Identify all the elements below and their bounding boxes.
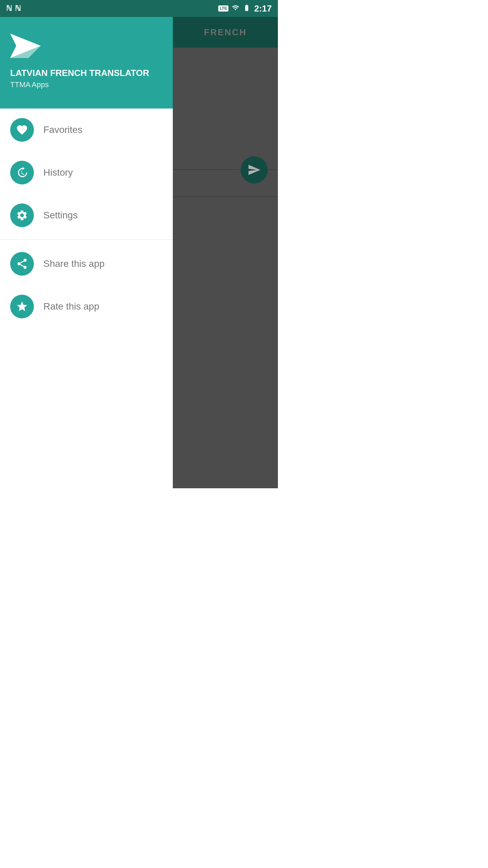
history-label: History	[43, 167, 73, 178]
rate-label: Rate this app	[43, 301, 99, 312]
settings-label: Settings	[43, 210, 78, 221]
menu-item-history[interactable]: History	[0, 151, 173, 194]
app-title: LATVIAN FRENCH TRANSLATOR	[10, 68, 163, 78]
app-logo	[10, 31, 41, 61]
lte-badge: LTE	[218, 5, 228, 12]
menu-item-settings[interactable]: Settings	[0, 194, 173, 237]
settings-icon-circle	[10, 203, 34, 227]
svg-marker-1	[10, 46, 41, 58]
favorites-icon-circle	[10, 118, 34, 142]
app-title-block: LATVIAN FRENCH TRANSLATOR TTMA Apps	[10, 68, 163, 89]
notification-icon-2: ℕ	[15, 4, 21, 13]
history-icon-circle	[10, 161, 34, 184]
status-bar-right: LTE 2:17	[218, 3, 272, 14]
rate-icon-circle	[10, 295, 34, 318]
menu-item-rate[interactable]: Rate this app	[0, 285, 173, 328]
app-subtitle: TTMA Apps	[10, 80, 163, 89]
battery-icon	[243, 4, 251, 13]
favorites-label: Favorites	[43, 124, 82, 135]
star-icon	[16, 300, 28, 313]
clock-icon	[16, 166, 28, 179]
navigation-drawer: LATVIAN FRENCH TRANSLATOR TTMA Apps Favo…	[0, 17, 173, 488]
notification-icon-1: ℕ	[6, 4, 12, 13]
menu-item-share[interactable]: Share this app	[0, 242, 173, 285]
main-layout: LATVIAN FRENCH TRANSLATOR TTMA Apps Favo…	[0, 17, 278, 488]
share-icon-circle	[10, 252, 34, 276]
share-label: Share this app	[43, 258, 105, 269]
time-display: 2:17	[254, 3, 272, 14]
drawer-header: LATVIAN FRENCH TRANSLATOR TTMA Apps	[0, 17, 173, 108]
signal-icon	[232, 4, 239, 13]
menu-item-favorites[interactable]: Favorites	[0, 108, 173, 151]
status-bar: ℕ ℕ LTE 2:17	[0, 0, 278, 17]
drawer-menu: Favorites History Set	[0, 108, 173, 488]
status-bar-left: ℕ ℕ	[6, 4, 21, 13]
menu-divider	[0, 239, 173, 240]
share-icon	[16, 258, 28, 270]
gear-icon	[16, 209, 28, 221]
heart-icon	[16, 124, 28, 136]
